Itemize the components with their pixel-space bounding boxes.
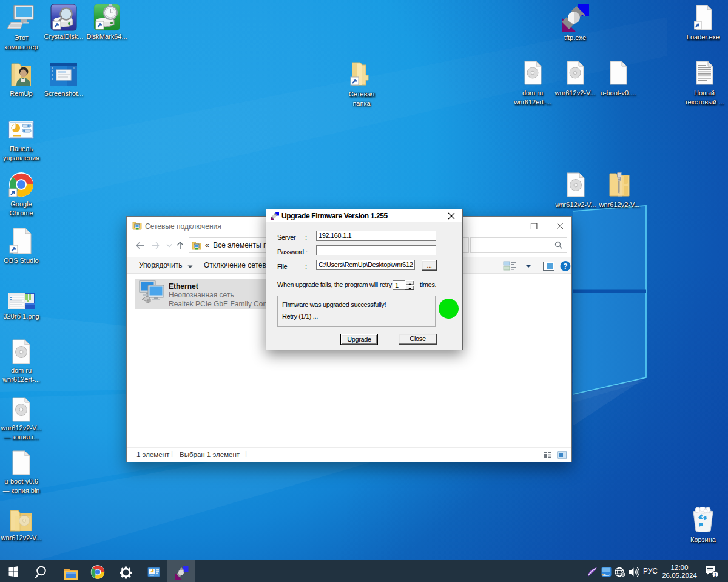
svg-text:?: ? <box>563 262 567 271</box>
svg-text:1: 1 <box>714 572 717 578</box>
svg-text:РУС: РУС <box>643 567 658 575</box>
svg-text:26.05.2024: 26.05.2024 <box>662 572 697 579</box>
svg-text:12:00: 12:00 <box>671 564 689 571</box>
